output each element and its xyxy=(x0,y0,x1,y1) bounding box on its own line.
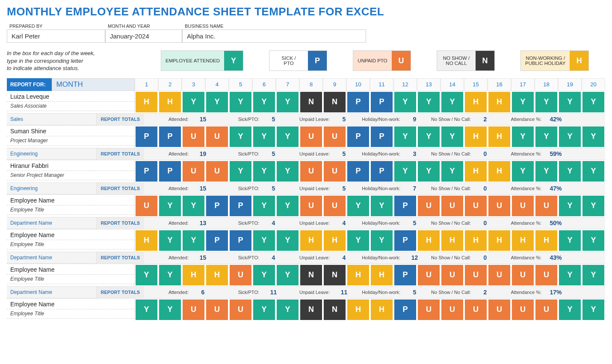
attendance-cell[interactable]: P xyxy=(158,126,182,148)
employee-name[interactable]: Luiza Leveque xyxy=(7,91,134,102)
attendance-cell[interactable]: N xyxy=(323,264,346,286)
attendance-cell[interactable]: H xyxy=(323,229,346,252)
attendance-cell[interactable]: Y xyxy=(252,229,276,252)
employee-name[interactable]: Hiranur Fabbri xyxy=(7,160,134,171)
attendance-cell[interactable]: H xyxy=(370,299,393,321)
employee-name[interactable]: Employee Name xyxy=(7,229,134,240)
attendance-cell[interactable]: U xyxy=(135,195,158,217)
attendance-cell[interactable]: H xyxy=(488,229,511,252)
attendance-cell[interactable]: U xyxy=(229,299,252,321)
attendance-cell[interactable]: U xyxy=(535,299,558,321)
attendance-cell[interactable]: Y xyxy=(135,264,158,286)
attendance-cell[interactable]: Y xyxy=(276,160,299,182)
employee-title[interactable]: Sales Associate xyxy=(7,102,134,111)
employee-dept[interactable]: Engineering xyxy=(7,183,97,194)
attendance-cell[interactable]: U xyxy=(488,195,511,217)
attendance-cell[interactable]: P xyxy=(229,229,252,252)
employee-dept[interactable]: Engineering xyxy=(7,148,97,160)
attendance-cell[interactable]: Y xyxy=(229,126,252,148)
attendance-cell[interactable]: Y xyxy=(276,299,299,321)
employee-name[interactable]: Employee Name xyxy=(7,195,134,205)
attendance-cell[interactable]: P xyxy=(370,91,393,113)
attendance-cell[interactable]: Y xyxy=(393,126,417,148)
attendance-cell[interactable]: Y xyxy=(511,160,535,182)
attendance-cell[interactable]: Y xyxy=(370,229,393,252)
attendance-cell[interactable]: N xyxy=(299,91,323,113)
report-month[interactable]: MONTH xyxy=(52,78,135,91)
attendance-cell[interactable]: H xyxy=(135,91,158,113)
attendance-cell[interactable]: U xyxy=(182,160,205,182)
attendance-cell[interactable]: U xyxy=(205,299,229,321)
attendance-cell[interactable]: Y xyxy=(582,264,605,286)
attendance-cell[interactable]: Y xyxy=(558,91,582,113)
attendance-cell[interactable]: Y xyxy=(558,195,582,217)
attendance-cell[interactable]: U xyxy=(535,264,558,286)
attendance-cell[interactable]: Y xyxy=(182,91,205,113)
attendance-cell[interactable]: H xyxy=(370,264,393,286)
attendance-cell[interactable]: P xyxy=(370,160,393,182)
attendance-cell[interactable]: Y xyxy=(558,299,582,321)
attendance-cell[interactable]: Y xyxy=(511,126,535,148)
attendance-cell[interactable]: P xyxy=(346,160,370,182)
attendance-cell[interactable]: Y xyxy=(229,160,252,182)
attendance-cell[interactable]: H xyxy=(417,229,441,252)
employee-dept[interactable]: Department Name xyxy=(7,252,97,264)
employee-name[interactable]: Employee Name xyxy=(7,264,134,275)
attendance-cell[interactable]: U xyxy=(417,195,441,217)
attendance-cell[interactable]: U xyxy=(511,195,535,217)
attendance-cell[interactable]: P xyxy=(205,229,229,252)
attendance-cell[interactable]: H xyxy=(441,229,464,252)
attendance-cell[interactable]: Y xyxy=(582,126,605,148)
attendance-cell[interactable]: H xyxy=(511,229,535,252)
attendance-cell[interactable]: U xyxy=(535,195,558,217)
attendance-cell[interactable]: U xyxy=(182,126,205,148)
attendance-cell[interactable]: N xyxy=(323,91,346,113)
attendance-cell[interactable]: N xyxy=(299,264,323,286)
attendance-cell[interactable]: U xyxy=(299,126,323,148)
attendance-cell[interactable]: Y xyxy=(535,91,558,113)
attendance-cell[interactable]: U xyxy=(511,264,535,286)
employee-dept[interactable]: Department Name xyxy=(7,217,97,229)
attendance-cell[interactable]: P xyxy=(393,299,417,321)
attendance-cell[interactable]: Y xyxy=(252,299,276,321)
attendance-cell[interactable]: Y xyxy=(252,264,276,286)
attendance-cell[interactable]: P xyxy=(346,126,370,148)
value-business[interactable]: Alpha Inc. xyxy=(182,29,366,43)
attendance-cell[interactable]: Y xyxy=(346,195,370,217)
attendance-cell[interactable]: Y xyxy=(135,299,158,321)
attendance-cell[interactable]: H xyxy=(464,91,488,113)
attendance-cell[interactable]: Y xyxy=(205,91,229,113)
attendance-cell[interactable]: H xyxy=(158,91,182,113)
attendance-cell[interactable]: H xyxy=(346,264,370,286)
attendance-cell[interactable]: U xyxy=(464,195,488,217)
attendance-cell[interactable]: Y xyxy=(417,91,441,113)
attendance-cell[interactable]: H xyxy=(299,229,323,252)
attendance-cell[interactable]: U xyxy=(323,126,346,148)
attendance-cell[interactable]: Y xyxy=(582,299,605,321)
employee-title[interactable]: Employee Title xyxy=(7,240,134,250)
attendance-cell[interactable]: N xyxy=(323,299,346,321)
attendance-cell[interactable]: Y xyxy=(276,264,299,286)
attendance-cell[interactable]: Y xyxy=(158,195,182,217)
attendance-cell[interactable]: U xyxy=(182,299,205,321)
attendance-cell[interactable]: H xyxy=(488,160,511,182)
employee-title[interactable]: Employee Title xyxy=(7,205,134,215)
attendance-cell[interactable]: Y xyxy=(229,91,252,113)
value-prepared-by[interactable]: Karl Peter xyxy=(7,29,105,43)
attendance-cell[interactable]: Y xyxy=(276,195,299,217)
attendance-cell[interactable]: P xyxy=(370,126,393,148)
attendance-cell[interactable]: P xyxy=(229,195,252,217)
attendance-cell[interactable]: Y xyxy=(252,91,276,113)
attendance-cell[interactable]: Y xyxy=(582,195,605,217)
attendance-cell[interactable]: Y xyxy=(558,264,582,286)
attendance-cell[interactable]: U xyxy=(323,195,346,217)
attendance-cell[interactable]: U xyxy=(441,299,464,321)
attendance-cell[interactable]: Y xyxy=(535,160,558,182)
attendance-cell[interactable]: P xyxy=(346,91,370,113)
attendance-cell[interactable]: U xyxy=(417,264,441,286)
attendance-cell[interactable]: P xyxy=(393,229,417,252)
attendance-cell[interactable]: H xyxy=(135,229,158,252)
attendance-cell[interactable]: Y xyxy=(441,91,464,113)
attendance-cell[interactable]: Y xyxy=(417,126,441,148)
attendance-cell[interactable]: H xyxy=(205,264,229,286)
